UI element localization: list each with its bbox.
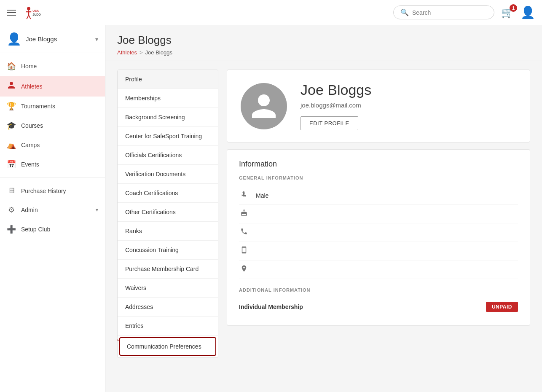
cart-button[interactable]: 🛒 1 <box>501 7 514 19</box>
sidebar-item-label-home: Home <box>21 63 37 70</box>
sub-navigation: Profile Memberships Background Screening… <box>117 70 218 358</box>
sub-nav-item-memberships[interactable]: Memberships <box>118 89 218 108</box>
sub-nav-item-profile[interactable]: Profile <box>118 70 218 89</box>
athletes-icon <box>7 81 16 91</box>
page-title: Joe Bloggs <box>117 34 530 47</box>
breadcrumb-athletes-link[interactable]: Athletes <box>117 49 137 56</box>
membership-label: Individual Membership <box>239 303 479 310</box>
tournaments-icon: 🏆 <box>7 102 16 111</box>
sidebar-item-camps[interactable]: ⛺ Camps <box>0 135 105 155</box>
sub-nav-item-officials-certifications[interactable]: Officials Certifications <box>118 146 218 165</box>
setup-club-icon: ➕ <box>7 225 16 234</box>
admin-icon: ⚙ <box>7 205 16 215</box>
gender-icon <box>239 191 249 200</box>
purchase-history-icon: 🖥 <box>7 186 16 195</box>
arrow-head-icon <box>117 335 119 346</box>
breadcrumb-current: Joe Bloggs <box>145 49 172 56</box>
breadcrumb: Athletes > Joe Bloggs <box>117 49 530 56</box>
sidebar: 👤 Joe Bloggs ▾ 🏠 Home Athletes 🏆 Tournam… <box>0 25 105 392</box>
sub-nav-item-other-certifications[interactable]: Other Certifications <box>118 203 218 222</box>
additional-info-section: ADDITIONAL INFORMATION Individual Member… <box>239 287 518 315</box>
sub-nav-item-entries[interactable]: Entries <box>118 317 218 336</box>
svg-line-3 <box>27 15 29 19</box>
svg-line-4 <box>29 15 31 19</box>
sub-nav-item-concussion-training[interactable]: Concussion Training <box>118 241 218 260</box>
location-icon <box>239 265 249 274</box>
svg-text:USA: USA <box>32 9 39 12</box>
sidebar-item-label-events: Events <box>21 161 39 168</box>
camps-icon: ⛺ <box>7 140 16 150</box>
membership-status-badge: UNPAID <box>486 302 518 312</box>
page-header: Joe Bloggs Athletes > Joe Bloggs <box>105 25 542 61</box>
profile-full-name: Joe Bloggs <box>301 82 516 98</box>
mobile-icon <box>239 246 249 256</box>
sub-nav-item-addresses[interactable]: Addresses <box>118 298 218 317</box>
arrow-annotation <box>117 335 119 346</box>
sidebar-item-home[interactable]: 🏠 Home <box>0 56 105 76</box>
sidebar-item-tournaments[interactable]: 🏆 Tournaments <box>0 97 105 116</box>
sub-nav-item-center-safesport[interactable]: Center for SafeSport Training <box>118 127 218 146</box>
sidebar-navigation: 🏠 Home Athletes 🏆 Tournaments 🎓 Courses … <box>0 53 105 242</box>
edit-profile-button[interactable]: EDIT PROFILE <box>301 116 358 130</box>
svg-text:JUDO: JUDO <box>32 13 41 16</box>
profile-avatar <box>241 83 287 129</box>
content-area: Profile Memberships Background Screening… <box>105 61 542 392</box>
profile-panel: Joe Bloggs joe.bloggs@mail.com EDIT PROF… <box>227 70 530 384</box>
birthday-icon <box>239 209 249 219</box>
sidebar-item-events[interactable]: 📅 Events <box>0 155 105 174</box>
breadcrumb-separator: > <box>140 49 143 56</box>
sidebar-chevron-down-icon[interactable]: ▾ <box>95 36 98 43</box>
address-row <box>239 260 518 279</box>
mobile-row <box>239 242 518 260</box>
sidebar-divider <box>0 177 105 178</box>
profile-email: joe.bloggs@mail.com <box>301 102 516 109</box>
sidebar-item-label-admin: Admin <box>21 207 38 213</box>
sub-nav-item-background-screening[interactable]: Background Screening <box>118 108 218 127</box>
additional-info-label: ADDITIONAL INFORMATION <box>239 287 518 293</box>
sidebar-item-label-setup-club: Setup Club <box>21 226 50 233</box>
sidebar-item-courses[interactable]: 🎓 Courses <box>0 116 105 135</box>
sub-nav-item-communication-preferences[interactable]: Communication Preferences <box>119 337 216 356</box>
sidebar-item-label-camps: Camps <box>21 142 40 148</box>
search-box[interactable]: 🔍 <box>393 5 494 19</box>
sidebar-item-label-tournaments: Tournaments <box>21 103 55 110</box>
sidebar-item-label-purchase-history: Purchase History <box>21 188 66 194</box>
sidebar-user[interactable]: 👤 Joe Bloggs ▾ <box>0 25 105 53</box>
info-card: Information GENERAL INFORMATION Male <box>227 149 530 326</box>
sidebar-item-purchase-history[interactable]: 🖥 Purchase History <box>0 181 105 200</box>
events-icon: 📅 <box>7 160 16 169</box>
svg-point-0 <box>27 7 30 10</box>
general-info-label: GENERAL INFORMATION <box>239 175 518 180</box>
profile-info: Joe Bloggs joe.bloggs@mail.com EDIT PROF… <box>301 82 516 130</box>
top-navigation: USA JUDO 🔍 🛒 1 👤 <box>0 0 542 25</box>
main-content: Joe Bloggs Athletes > Joe Bloggs Profile… <box>105 25 542 392</box>
info-card-title: Information <box>239 160 518 169</box>
admin-chevron-icon: ▾ <box>96 207 98 213</box>
sidebar-item-admin[interactable]: ⚙ Admin ▾ <box>0 200 105 220</box>
sub-nav-item-coach-certifications[interactable]: Coach Certifications <box>118 184 218 203</box>
sub-nav-item-verification-documents[interactable]: Verification Documents <box>118 165 218 184</box>
body-layout: 👤 Joe Bloggs ▾ 🏠 Home Athletes 🏆 Tournam… <box>0 25 542 392</box>
sidebar-item-athletes[interactable]: Athletes <box>0 76 105 97</box>
profile-card: Joe Bloggs joe.bloggs@mail.com EDIT PROF… <box>227 70 530 142</box>
gender-value: Male <box>256 192 268 199</box>
courses-icon: 🎓 <box>7 121 16 130</box>
birthday-row <box>239 205 518 223</box>
sub-nav-item-purchase-membership-card[interactable]: Purchase Membership Card <box>118 260 218 279</box>
sub-nav-item-waivers[interactable]: Waivers <box>118 279 218 298</box>
sub-nav-item-ranks[interactable]: Ranks <box>118 222 218 241</box>
sidebar-item-setup-club[interactable]: ➕ Setup Club <box>0 220 105 239</box>
cart-badge: 1 <box>510 4 517 12</box>
sidebar-item-label-athletes: Athletes <box>21 83 43 90</box>
home-icon: 🏠 <box>7 62 16 71</box>
logo[interactable]: USA JUDO <box>23 4 52 21</box>
search-icon: 🔍 <box>400 8 409 16</box>
account-button[interactable]: 👤 <box>521 5 535 19</box>
hamburger-menu-button[interactable] <box>7 10 16 16</box>
sidebar-user-avatar-icon: 👤 <box>7 32 21 46</box>
sidebar-item-label-courses: Courses <box>21 122 43 129</box>
gender-row: Male <box>239 186 518 205</box>
search-input[interactable] <box>412 9 487 16</box>
phone-icon <box>239 228 249 237</box>
membership-row: Individual Membership UNPAID <box>239 298 518 315</box>
